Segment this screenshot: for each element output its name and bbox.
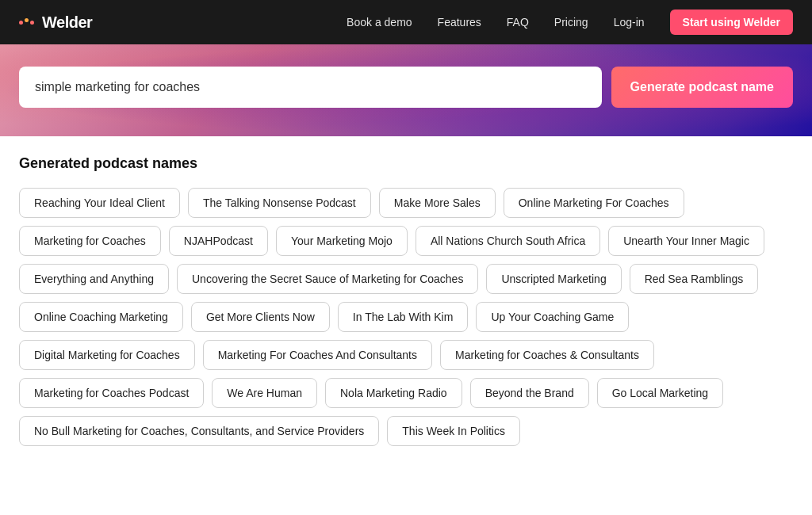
tag-item[interactable]: We Are Human bbox=[212, 378, 317, 408]
logo: Welder bbox=[19, 13, 92, 32]
tag-item[interactable]: No Bull Marketing for Coaches, Consultan… bbox=[19, 416, 379, 446]
tag-item[interactable]: Make More Sales bbox=[379, 188, 496, 218]
tag-item[interactable]: Marketing for Coaches bbox=[19, 226, 161, 256]
logo-dot-2 bbox=[25, 18, 29, 22]
tag-item[interactable]: Digital Marketing for Coaches bbox=[19, 340, 195, 370]
hero-section: Generate podcast name bbox=[0, 44, 812, 136]
tag-item[interactable]: NJAHPodcast bbox=[169, 226, 268, 256]
nav-link-book-demo[interactable]: Book a demo bbox=[347, 16, 412, 29]
tag-item[interactable]: Everything and Anything bbox=[19, 264, 169, 294]
nav-item-features[interactable]: Features bbox=[438, 15, 481, 29]
tag-item[interactable]: Nola Marketing Radio bbox=[325, 378, 462, 408]
nav-links: Book a demo Features FAQ Pricing Log-in … bbox=[347, 15, 793, 29]
nav-link-pricing[interactable]: Pricing bbox=[554, 16, 588, 29]
logo-dot-3 bbox=[30, 21, 34, 25]
tag-item[interactable]: Unscripted Marketing bbox=[486, 264, 621, 294]
nav-link-faq[interactable]: FAQ bbox=[507, 16, 529, 29]
tag-item[interactable]: Get More Clients Now bbox=[191, 302, 330, 332]
generate-button[interactable]: Generate podcast name bbox=[611, 67, 793, 108]
tag-item[interactable]: The Talking Nonsense Podcast bbox=[188, 188, 371, 218]
tags-container: Reaching Your Ideal ClientThe Talking No… bbox=[19, 188, 793, 446]
tag-item[interactable]: Go Local Marketing bbox=[597, 378, 723, 408]
tag-item[interactable]: Uncovering the Secret Sauce of Marketing… bbox=[177, 264, 478, 294]
tag-item[interactable]: Your Marketing Mojo bbox=[276, 226, 408, 256]
tag-item[interactable]: Marketing for Coaches & Consultants bbox=[440, 340, 654, 370]
logo-icon bbox=[19, 21, 34, 25]
results-title: Generated podcast names bbox=[19, 155, 793, 172]
nav-item-pricing[interactable]: Pricing bbox=[554, 15, 588, 29]
navigation: Welder Book a demo Features FAQ Pricing … bbox=[0, 0, 812, 44]
tag-item[interactable]: Marketing for Coaches Podcast bbox=[19, 378, 204, 408]
logo-text: Welder bbox=[42, 13, 92, 32]
tag-item[interactable]: Red Sea Ramblings bbox=[630, 264, 759, 294]
tag-item[interactable]: This Week In Politics bbox=[387, 416, 520, 446]
tag-item[interactable]: Unearth Your Inner Magic bbox=[608, 226, 764, 256]
results-section: Generated podcast names Reaching Your Id… bbox=[0, 136, 812, 471]
logo-dot-1 bbox=[19, 21, 23, 25]
nav-item-login[interactable]: Log-in bbox=[614, 15, 645, 29]
nav-link-login[interactable]: Log-in bbox=[614, 16, 645, 29]
nav-item-cta[interactable]: Start using Welder bbox=[670, 15, 793, 29]
tag-item[interactable]: Beyond the Brand bbox=[470, 378, 589, 408]
tag-item[interactable]: Online Coaching Marketing bbox=[19, 302, 183, 332]
nav-link-features[interactable]: Features bbox=[438, 16, 481, 29]
tag-item[interactable]: All Nations Church South Africa bbox=[416, 226, 600, 256]
tag-item[interactable]: In The Lab With Kim bbox=[338, 302, 469, 332]
search-bar: Generate podcast name bbox=[19, 67, 793, 108]
search-input[interactable] bbox=[19, 67, 602, 108]
nav-item-book-demo[interactable]: Book a demo bbox=[347, 15, 412, 29]
nav-link-cta[interactable]: Start using Welder bbox=[670, 10, 793, 35]
tag-item[interactable]: Online Marketing For Coaches bbox=[504, 188, 684, 218]
nav-item-faq[interactable]: FAQ bbox=[507, 15, 529, 29]
tag-item[interactable]: Reaching Your Ideal Client bbox=[19, 188, 180, 218]
tag-item[interactable]: Up Your Coaching Game bbox=[476, 302, 629, 332]
tag-item[interactable]: Marketing For Coaches And Consultants bbox=[203, 340, 432, 370]
